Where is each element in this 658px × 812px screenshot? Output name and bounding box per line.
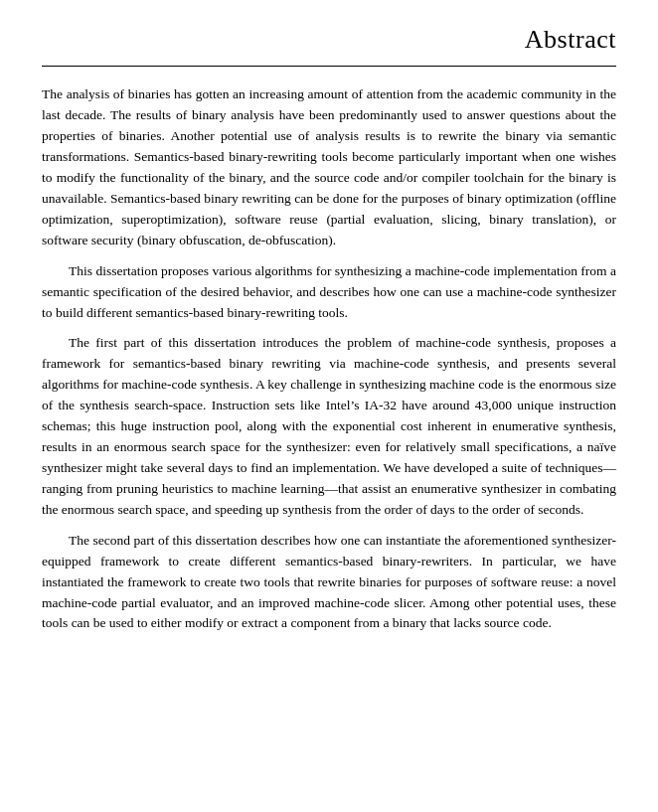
page-header: Abstract [42,20,616,67]
abstract-paragraph-2: This dissertation proposes various algor… [42,261,616,324]
page: Abstract The analysis of binaries has go… [0,0,658,812]
abstract-paragraph-1: The analysis of binaries has gotten an i… [42,84,616,250]
abstract-body: The analysis of binaries has gotten an i… [42,84,616,634]
abstract-paragraph-3: The first part of this dissertation intr… [42,333,616,520]
page-title: Abstract [525,20,616,60]
abstract-paragraph-4: The second part of this dissertation des… [42,531,616,635]
